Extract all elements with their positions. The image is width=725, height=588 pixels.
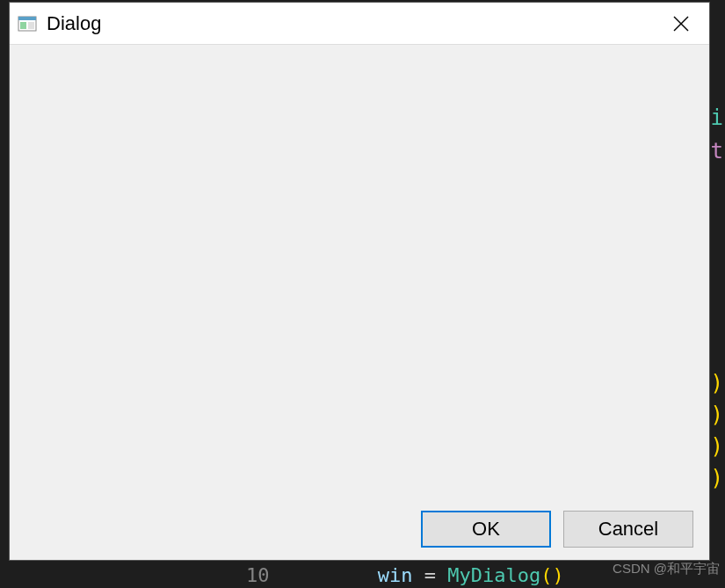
svg-rect-2 (20, 22, 26, 29)
svg-rect-1 (18, 17, 36, 20)
button-row: OK Cancel (421, 511, 693, 548)
code-fragment: ) (711, 466, 723, 490)
dialog-title: Dialog (47, 12, 660, 35)
code-line: 10 win = MyDialog() (246, 564, 564, 586)
titlebar[interactable]: Dialog (10, 3, 709, 45)
code-fragment: i (711, 105, 723, 130)
code-fragment: ) (711, 371, 723, 396)
code-fragment: ) (711, 434, 723, 459)
code-fragment: t (711, 139, 723, 163)
close-button[interactable] (660, 3, 702, 45)
svg-rect-3 (28, 22, 34, 29)
app-icon (17, 13, 38, 34)
watermark-text: CSDN @和平宇宙 (613, 561, 720, 577)
ok-button[interactable]: OK (421, 511, 551, 548)
dialog-body: OK Cancel (10, 45, 709, 560)
close-icon (673, 16, 689, 32)
code-fragment: ) (711, 403, 723, 427)
dialog-window: Dialog OK Cancel (9, 2, 710, 561)
cancel-button[interactable]: Cancel (563, 511, 693, 548)
